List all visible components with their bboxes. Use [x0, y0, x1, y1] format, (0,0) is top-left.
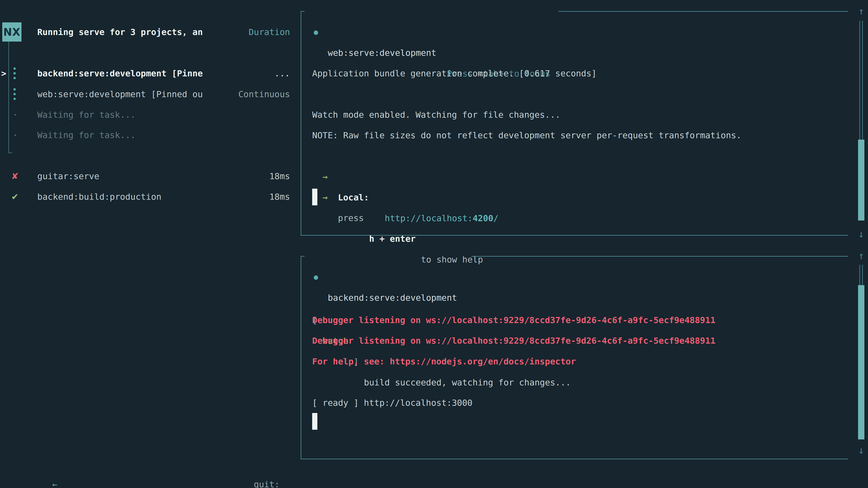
- task-label: backend:build:production: [37, 186, 161, 207]
- pane-status-dot-icon: ●: [314, 22, 318, 42]
- scrollbar-thumb[interactable]: [858, 285, 864, 440]
- task-duration: 18ms: [269, 186, 290, 207]
- pane-border: [301, 256, 301, 459]
- terminal-cursor: [312, 413, 317, 430]
- task-label: Waiting for task...: [37, 104, 135, 125]
- pane-border: [471, 256, 848, 257]
- task-row-backend-serve[interactable]: > backend:serve:development [Pinne ...: [0, 63, 301, 84]
- task-label: web:serve:development [Pinned ou: [37, 84, 203, 105]
- log-line-note: NOTE: Raw file sizes do not reflect deve…: [312, 125, 741, 146]
- watch-text: build succeeded, watching for changes...: [364, 372, 571, 393]
- url-port: 4200: [473, 213, 493, 223]
- waiting-dot-icon: ·: [13, 104, 18, 125]
- scrollbar-thumb[interactable]: [858, 140, 864, 221]
- scrollbar-track[interactable]: [860, 265, 863, 285]
- pane-status-dot-icon: ●: [314, 267, 318, 287]
- local-url-link[interactable]: http://localhost:4200/: [385, 208, 498, 229]
- log-line-help-hint: → press h + enter to show help: [0, 166, 868, 187]
- pane-border: [301, 459, 848, 459]
- task-row-web-serve[interactable]: web:serve:development [Pinned ou Continu…: [0, 84, 301, 105]
- terminal-cursor: [312, 189, 317, 205]
- duration-column-header: Duration: [249, 22, 290, 42]
- task-status-text: ...: [274, 63, 290, 84]
- scroll-down-icon[interactable]: ↓: [855, 444, 868, 457]
- sidebar-header: Running serve for 3 projects, an Duratio…: [0, 22, 301, 42]
- pager: ← 1/1 →: [11, 453, 78, 488]
- scroll-up-icon[interactable]: ↑: [855, 250, 868, 262]
- scroll-down-icon[interactable]: ↓: [855, 228, 868, 240]
- pane-header: ● web:serve:development Press <tab> to f…: [0, 1, 31, 22]
- pane-border: [301, 11, 301, 236]
- task-row-waiting-1[interactable]: · Waiting for task...: [0, 104, 301, 125]
- waiting-dot-icon: ·: [13, 125, 18, 145]
- quit-label: quit:: [254, 480, 280, 488]
- log-line-watch-mode: Watch mode enabled. Watching for file ch…: [312, 104, 560, 125]
- log-line-local-url: → Local: http://localhost:4200/: [0, 145, 868, 166]
- url-prefix: http://localhost:: [385, 213, 473, 223]
- help-hint-pre: press: [338, 207, 364, 228]
- pager-prev-icon[interactable]: ←: [52, 480, 57, 488]
- sidebar-footer: ← 1/1 → quit: q help: ?: [0, 453, 301, 474]
- pane-header: ● backend:serve:development: [0, 246, 31, 267]
- task-status-text: Continuous: [238, 84, 290, 105]
- log-line-debugger-2: Debugger listening on ws://localhost:922…: [312, 330, 715, 351]
- task-sidebar: NX Running serve for 3 projects, an Dura…: [0, 0, 301, 488]
- log-line-debugger-1: Debugger listening on ws://localhost:922…: [312, 310, 715, 330]
- help-hint-post: to show help: [421, 249, 483, 270]
- task-label: backend:serve:development [Pinne: [37, 63, 203, 84]
- task-row-backend-build[interactable]: ✔ backend:build:production 18ms: [0, 186, 301, 207]
- task-label: Waiting for task...: [37, 125, 135, 145]
- pane-title: web:serve:development: [328, 42, 436, 63]
- url-suffix: /: [493, 213, 498, 223]
- local-label: Local:: [338, 187, 369, 208]
- keyboard-shortcuts: quit: q help: ?: [213, 453, 290, 488]
- log-line-bundle-complete: Application bundle generation complete. …: [312, 63, 596, 84]
- scrollbar-track[interactable]: [860, 21, 863, 140]
- arrow-right-icon: →: [322, 187, 328, 207]
- nx-terminal-ui: NX Running serve for 3 projects, an Dura…: [0, 0, 868, 488]
- log-line-watch-succeeded: [ watch ] build succeeded, watching for …: [0, 289, 868, 310]
- log-line-inspector-help: For help, see: https://nodejs.org/en/doc…: [312, 351, 576, 372]
- help-hint-keys: h + enter: [369, 228, 416, 249]
- pane-border: [558, 11, 848, 12]
- scroll-up-icon[interactable]: ↑: [855, 5, 868, 18]
- task-row-waiting-2[interactable]: · Waiting for task...: [0, 125, 301, 145]
- sidebar-title: Running serve for 3 projects, an: [37, 22, 203, 42]
- log-line-ready: [ ready ] http://localhost:3000: [312, 392, 472, 413]
